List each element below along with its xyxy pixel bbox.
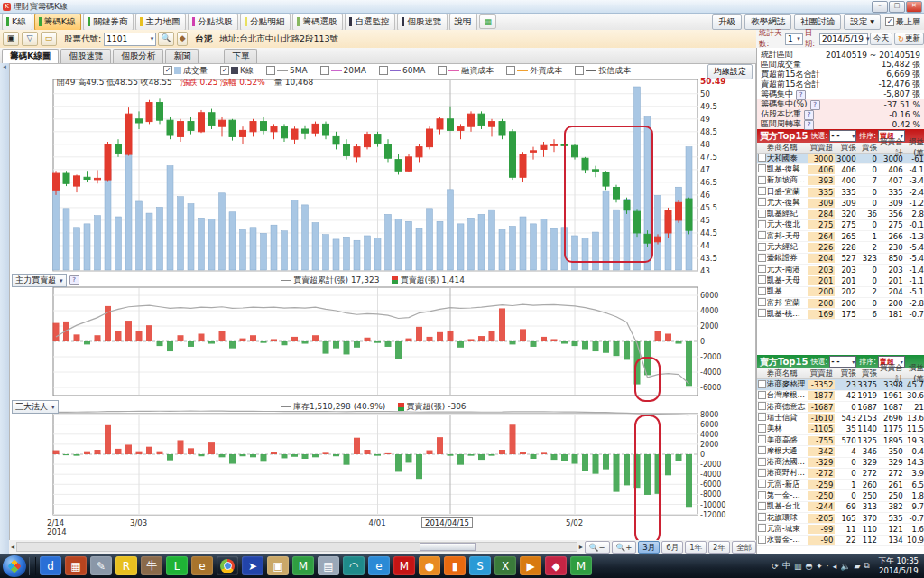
menu-button-[interactable]: 升級 [712,14,742,30]
row-checkbox[interactable] [757,446,767,456]
save-icon[interactable]: ▽ [22,32,38,46]
minimize-button[interactable]: – [872,1,888,13]
buy-top15-row[interactable]: 凱基-桃園...1691756181-0.7 [757,309,924,320]
tray-icon-6[interactable]: ◂ [833,562,837,571]
update-button[interactable]: ↻更新 [894,33,924,45]
sell-top15-row[interactable]: 美林-1105351140117511.5 [757,424,924,435]
window-tool-icon[interactable]: ▣ [3,32,19,46]
emule-app-icon[interactable]: e [191,556,213,575]
tray-icon-3[interactable]: ◓ [805,562,812,571]
institutional-selector[interactable]: 三大法人▾ [12,400,59,414]
row-checkbox[interactable] [757,198,767,208]
buy-top15-row[interactable]: 新加坡商...3934007407-3.4 [757,176,924,187]
row-checkbox[interactable] [757,524,767,534]
row-checkbox[interactable] [757,275,767,285]
row-checkbox[interactable] [757,154,767,163]
buy-top15-row[interactable]: 元大-復興3093090309-1.2 [757,198,924,209]
tray-icon-8[interactable]: ▰ [854,562,860,571]
row-checkbox[interactable] [757,502,767,512]
menu-extra-icon[interactable]: ▦ [479,14,496,29]
buy-top15-row[interactable]: 富邦-天母2642651266-1.3 [757,231,924,242]
sell-top15-row[interactable]: 港商麥格理-3352233375339845.7 [757,379,924,390]
tray-icon-7[interactable]: 🔈 [840,562,850,571]
row-checkbox[interactable] [757,435,767,445]
gem-app-icon[interactable]: ◆ [545,556,567,575]
zoom-out-button[interactable]: 🔍− [585,541,610,554]
menu-tab-主力地圖[interactable]: 主力地圖 [135,14,186,31]
range-button-2年[interactable]: 2年 [708,541,730,554]
range-button-6月[interactable]: 6月 [661,541,683,554]
help-icon[interactable]: ? [69,275,79,285]
subtab-order[interactable]: 下單 [224,49,257,63]
media-app-icon[interactable]: ● [419,556,440,575]
skype-app-icon[interactable]: S [469,556,491,575]
checkbox-icon[interactable] [438,66,447,75]
sell-top15-row[interactable]: 摩根大通-3424346350-0.4 [757,446,924,457]
buy-top15-row[interactable]: 凱基-天母2012010201-1.1 [757,275,924,286]
checkbox-icon[interactable] [379,66,388,75]
utility-app-icon[interactable]: ▮ [444,556,466,575]
subtab-個股分析[interactable]: 個股分析 [113,49,163,63]
file-manager-icon[interactable]: ▣ [267,556,289,575]
app-grid-icon[interactable]: ▦ [65,556,87,575]
edonkey-app-icon[interactable]: d [40,556,61,575]
menu-tab-分點明細[interactable]: 分點明細 [240,14,291,31]
search-icon[interactable]: 🔍 [158,32,174,46]
row-checkbox[interactable] [757,536,767,545]
buy-top15-row[interactable]: 凱基-復興4064060406-4.1 [757,164,924,175]
quick-select[interactable]: - -▾ [829,356,856,368]
taskbar-clock[interactable]: 下午 10:352014/5/19 [879,556,919,575]
today-button[interactable]: 今天 [870,33,892,45]
row-checkbox[interactable] [757,243,767,253]
scroll-right-arrow[interactable]: ▸ [579,543,583,551]
sell-top15-row[interactable]: 元富-新店-25912602616.5 [757,480,924,490]
excel-app-icon[interactable]: X [494,556,516,575]
sell-top15-row[interactable]: 元富-城東-99111101211.6 [757,524,924,535]
help-icon[interactable]: ? [804,120,814,130]
paint-app-icon[interactable]: ✎ [90,556,112,575]
buy-top15-row[interactable]: 日盛-宜蘭3353350335-2.4 [757,187,924,198]
buy-top15-row[interactable]: 臺銀證券204527323850-5.4 [757,254,924,265]
buy-top15-row[interactable]: 大和國泰3000300003000-61 [757,154,924,164]
row-checkbox[interactable] [757,164,767,174]
close-button[interactable]: ✕ [906,1,922,13]
checkbox-icon[interactable] [320,66,329,75]
menu-tab-籌碼選股[interactable]: 籌碼選股 [292,14,343,31]
cmoney-app-icon[interactable]: M [292,556,314,575]
buy-top15-row[interactable]: 元大-復北2752750275-0.1 [757,220,924,231]
row-checkbox[interactable] [757,309,767,319]
tray-icon-1[interactable]: 中 [782,560,790,572]
row-checkbox[interactable] [757,513,767,523]
main-force-selector[interactable]: 主力買賣超▾ [12,274,67,287]
row-checkbox[interactable] [757,176,767,186]
row-checkbox[interactable] [757,402,767,412]
range-button-3月[interactable]: 3月 [638,541,660,554]
stock-code-input[interactable]: 1101▾ [104,33,156,46]
buy-top15-row[interactable]: 富邦-宜蘭2002000200-2.8 [757,298,924,309]
row-checkbox[interactable] [757,265,767,275]
h-scrollbar[interactable] [16,542,578,552]
tray-icon-5[interactable]: · [827,562,829,571]
buy-top15-row[interactable]: 凱基經紀284320363562.8 [757,209,924,219]
row-checkbox[interactable] [757,480,767,489]
menu-tab-個股速覽[interactable]: 個股速覽 [397,14,448,31]
tray-icon-4[interactable]: ✦ [816,562,823,571]
days-select[interactable]: 1▾ [785,33,803,45]
subtab-個股速覽[interactable]: 個股速覽 [60,49,111,63]
row-checkbox[interactable] [757,287,767,297]
tray-icon-2[interactable]: ▥ [794,562,802,571]
date-select[interactable]: 2014/5/19▾ [819,33,868,45]
menu-button-[interactable]: 設定 ▾ [844,14,881,30]
chrome-browser-icon[interactable] [217,556,238,575]
compass-app-icon[interactable]: ➤ [242,556,263,575]
checkbox-icon[interactable] [266,66,275,75]
notes-app-icon[interactable]: ▤ [318,556,339,575]
sell-top15-row[interactable]: 港商野村...-27202722723.9 [757,469,924,480]
menu-tab-關鍵券商[interactable]: 關鍵券商 [83,14,134,31]
range-button-1年[interactable]: 1年 [685,541,707,554]
nav-app-icon[interactable]: R [116,556,137,575]
player-app-icon[interactable]: ▶ [520,556,541,575]
row-checkbox[interactable] [757,231,767,241]
row-checkbox[interactable] [757,458,767,468]
checkbox-icon[interactable] [506,66,515,75]
